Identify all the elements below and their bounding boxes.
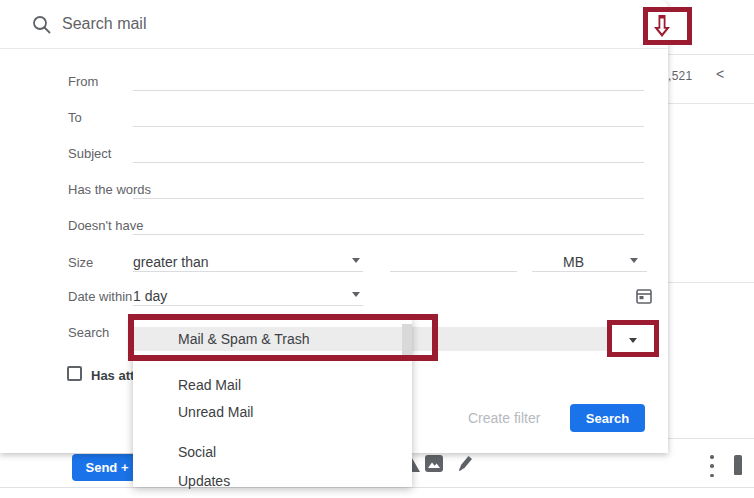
chevron-down-icon[interactable] — [629, 338, 637, 343]
insert-signature-pen-icon[interactable] — [455, 454, 473, 473]
annotation-box-scope-caret — [607, 320, 659, 357]
date-within-select[interactable]: 1 day — [133, 288, 167, 304]
to-input[interactable] — [133, 126, 644, 127]
more-options-icon[interactable] — [710, 455, 714, 477]
has-attachment-checkbox[interactable] — [67, 366, 82, 381]
gmail-advanced-search-screen: ,521 < Send + Fro — [0, 0, 754, 498]
menu-item-read-mail[interactable]: Read Mail — [133, 373, 412, 397]
show-search-options-arrow-icon[interactable] — [653, 14, 671, 38]
chevron-down-icon[interactable] — [352, 258, 360, 263]
divider — [668, 54, 754, 55]
annotation-box-search-options — [643, 7, 692, 45]
from-input[interactable] — [133, 90, 644, 91]
size-unit-select[interactable]: MB — [563, 254, 584, 270]
size-value-input[interactable] — [390, 271, 517, 272]
divider — [133, 305, 363, 306]
divider — [668, 282, 754, 283]
doesnt-have-label: Doesn't have — [68, 218, 143, 233]
send-button[interactable]: Send + — [72, 454, 142, 481]
chevron-down-icon[interactable] — [352, 292, 360, 297]
search-scope-label: Search — [68, 325, 109, 340]
size-comparator-select[interactable]: greater than — [133, 254, 209, 270]
divider — [133, 271, 363, 272]
create-filter-button[interactable]: Create filter — [468, 410, 540, 426]
subject-input[interactable] — [133, 162, 644, 163]
to-label: To — [68, 110, 82, 125]
date-within-label: Date within — [68, 289, 132, 304]
doesnt-have-input[interactable] — [133, 234, 644, 235]
search-input[interactable] — [62, 12, 582, 36]
calendar-icon[interactable] — [636, 288, 652, 304]
has-words-input[interactable] — [133, 198, 644, 199]
size-label: Size — [68, 255, 93, 270]
menu-item-updates[interactable]: Updates — [133, 469, 412, 493]
from-label: From — [68, 74, 98, 89]
chevron-down-icon[interactable] — [630, 258, 638, 263]
search-bar — [0, 0, 668, 49]
annotation-box-selected-option — [128, 314, 438, 361]
has-words-label: Has the words — [68, 182, 151, 197]
has-attachment-label: Has attachme — [91, 368, 133, 383]
search-submit-button[interactable]: Search — [570, 404, 645, 432]
insert-photo-icon[interactable] — [425, 455, 443, 472]
divider — [532, 271, 647, 272]
divider — [668, 103, 754, 104]
search-icon[interactable] — [32, 15, 51, 34]
menu-item-unread-mail[interactable]: Unread Mail — [133, 400, 412, 424]
divider — [668, 438, 754, 439]
previous-page-icon[interactable]: < — [716, 66, 724, 82]
subject-label: Subject — [68, 146, 111, 161]
discard-draft-icon[interactable] — [734, 455, 742, 475]
pagination-count: ,521 — [668, 69, 693, 83]
menu-item-social[interactable]: Social — [133, 440, 412, 464]
